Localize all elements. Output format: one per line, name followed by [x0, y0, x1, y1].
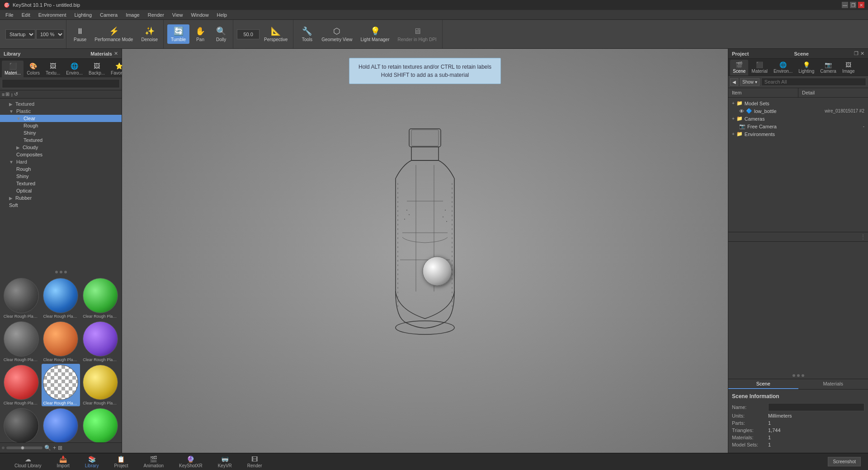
tree-composites[interactable]: Composites [0, 151, 122, 158]
collapse-arrow-icon[interactable]: ⋮ [860, 233, 866, 240]
tree-rubber[interactable]: ▶ Rubber [0, 194, 122, 202]
tree-textured[interactable]: ▶ Textured [0, 100, 122, 108]
menu-image[interactable]: Image [122, 11, 143, 19]
menu-view[interactable]: View [169, 11, 187, 19]
performance-mode-button[interactable]: ⚡ Performance Mode [91, 24, 137, 44]
pan-button[interactable]: ✋ Pan [190, 24, 210, 44]
bottom-tab-project[interactable]: 📋 Project [107, 455, 135, 469]
startup-select[interactable]: Startup [5, 29, 35, 39]
material-item-10[interactable]: Clear Shiny Plas... [42, 407, 80, 442]
scene-expand-button[interactable]: ❐ [854, 51, 859, 56]
tree-hard-textured[interactable]: Textured [0, 180, 122, 187]
viewport[interactable]: Hold ALT to retain textures and/or CTRL … [122, 49, 728, 453]
titlebar-controls[interactable]: — ❐ ✕ [842, 2, 864, 8]
material-item-2[interactable]: Clear Rough Plas... [81, 277, 120, 320]
bottom-tab-library[interactable]: 📚 Library [78, 455, 106, 469]
tab-materials[interactable]: ⬛ Materi... [2, 61, 24, 77]
bottom-tab-keyshotxr[interactable]: 🔮 KeyShotXR [172, 455, 210, 469]
tree-hard-shiny[interactable]: Shiny [0, 173, 122, 180]
tab-backplates[interactable]: 🖼 Backp... [86, 61, 108, 77]
material-search-button[interactable]: 🔍 [44, 445, 51, 451]
light-manager-button[interactable]: 💡 Light Manager [357, 24, 393, 44]
tools-button[interactable]: 🔧 Tools [297, 24, 317, 44]
bottom-tab-scene[interactable]: Scene [728, 379, 798, 389]
tab-colors[interactable]: 🎨 Colors [24, 61, 42, 77]
material-item-11[interactable]: Clear Shiny Plas... [81, 407, 120, 442]
tree-refresh-button[interactable]: ↺ [14, 91, 18, 97]
tumble-button[interactable]: 🔄 Tumble [167, 24, 189, 44]
right-tab-environment[interactable]: 🌐 Environ... [771, 60, 795, 75]
render-high-dpi-button[interactable]: 🖥 Render in High DPI [394, 25, 440, 44]
right-tab-material[interactable]: ⬛ Material [749, 60, 770, 75]
tab-environments[interactable]: 🌐 Enviro... [63, 61, 85, 77]
zoom-select[interactable]: 100 % [36, 29, 64, 39]
scene-row-model-sets[interactable]: + 📁 Model Sets [728, 99, 868, 107]
search-input[interactable] [2, 79, 120, 88]
material-options-button[interactable]: ⊞ [58, 445, 62, 451]
close-button[interactable]: ✕ [858, 2, 864, 8]
tree-view-button[interactable]: ≡ [2, 92, 5, 97]
tree-clear[interactable]: ▼ Clear [0, 115, 122, 122]
scene-row-cameras[interactable]: + 📁 Cameras [728, 115, 868, 122]
dolly-button[interactable]: 🔍 Dolly [211, 24, 231, 44]
bottom-tab-materials[interactable]: Materials [798, 379, 868, 389]
menu-lighting[interactable]: Lighting [71, 11, 95, 19]
right-tab-image[interactable]: 🖼 Image [840, 60, 858, 75]
scene-collapse-button[interactable]: ◀ [730, 78, 738, 86]
menu-file[interactable]: File [2, 11, 17, 19]
scene-name-input[interactable] [768, 403, 864, 411]
bottom-tab-cloud-library[interactable]: ☁ Cloud Library [7, 455, 48, 469]
tree-hard[interactable]: ▼ Hard [0, 158, 122, 165]
right-tab-lighting[interactable]: 💡 Lighting [796, 60, 817, 75]
tree-rough[interactable]: Rough [0, 122, 122, 129]
material-item-3[interactable]: Clear Rough Plas... [2, 320, 41, 363]
tree-grid-button[interactable]: ⊞ [5, 91, 9, 97]
pause-button[interactable]: ⏸ Pause [70, 25, 90, 44]
material-item-1[interactable]: Clear Rough Plas... [42, 277, 80, 320]
tree-hard-rough[interactable]: Rough [0, 165, 122, 173]
scene-row-environments[interactable]: + 📁 Environments [728, 130, 868, 138]
material-item-6[interactable]: Clear Rough Plas... [2, 364, 41, 406]
denoise-button[interactable]: ✨ Denoise [137, 24, 161, 44]
menu-environment[interactable]: Environment [35, 11, 70, 19]
tab-textures[interactable]: 🖼 Textu... [43, 61, 63, 77]
screenshot-button[interactable]: Screenshot [828, 457, 861, 466]
tree-plastic[interactable]: ▼ Plastic [0, 108, 122, 115]
material-item-7[interactable]: Clear Rough Plas... [42, 364, 80, 406]
scene-row-low-bottle[interactable]: 👁 🔷 low_bottle wire_018015017 #2 [728, 107, 868, 115]
menu-help[interactable]: Help [213, 11, 231, 19]
library-close-button[interactable]: ✕ [114, 51, 118, 56]
menu-edit[interactable]: Edit [18, 11, 34, 19]
material-item-5[interactable]: Clear Rough Plas... [81, 320, 120, 363]
bottom-tab-keyvr[interactable]: 🥽 KeyVR [211, 455, 239, 469]
material-add-button[interactable]: + [53, 445, 56, 451]
tree-textured2[interactable]: Textured [0, 136, 122, 144]
tree-shiny[interactable]: Shiny [0, 129, 122, 136]
right-tab-scene[interactable]: 🎬 Scene [730, 60, 748, 75]
geometry-view-button[interactable]: ⬡ Geometry View [318, 24, 356, 44]
material-item-9[interactable]: Clear Shiny Plas... [2, 407, 41, 442]
tree-cloudy[interactable]: ▶ Cloudy [0, 144, 122, 151]
textures-tab-label: Textu... [46, 70, 60, 75]
bottom-tab-render[interactable]: 🎞 Render [240, 455, 269, 469]
scene-close-button[interactable]: ✕ [860, 51, 864, 56]
maximize-button[interactable]: ❐ [850, 2, 856, 8]
tree-optical[interactable]: Optical [0, 187, 122, 194]
scene-row-free-camera[interactable]: 📷 Free Camera - [728, 122, 868, 130]
perspective-button[interactable]: 📐 Perspective [260, 24, 291, 44]
tree-sort-button[interactable]: ↕ [10, 92, 13, 97]
bottom-tab-import[interactable]: 📥 Import [49, 455, 76, 469]
material-item-4[interactable]: Clear Rough Plas... [42, 320, 80, 363]
tree-soft[interactable]: Soft [0, 202, 122, 209]
menu-render[interactable]: Render [144, 11, 168, 19]
scene-search-input[interactable] [761, 78, 866, 86]
right-tab-camera[interactable]: 📷 Camera [817, 60, 839, 75]
perspective-input[interactable] [237, 29, 259, 39]
bottom-tab-animation[interactable]: 🎬 Animation [137, 455, 171, 469]
menu-camera[interactable]: Camera [96, 11, 121, 19]
show-dropdown-button[interactable]: Show ▾ [740, 78, 760, 86]
menu-window[interactable]: Window [187, 11, 212, 19]
material-item-0[interactable]: Clear Rough Plas... [2, 277, 41, 320]
minimize-button[interactable]: — [842, 2, 848, 8]
material-item-8[interactable]: Clear Rough Plas... [81, 364, 120, 406]
